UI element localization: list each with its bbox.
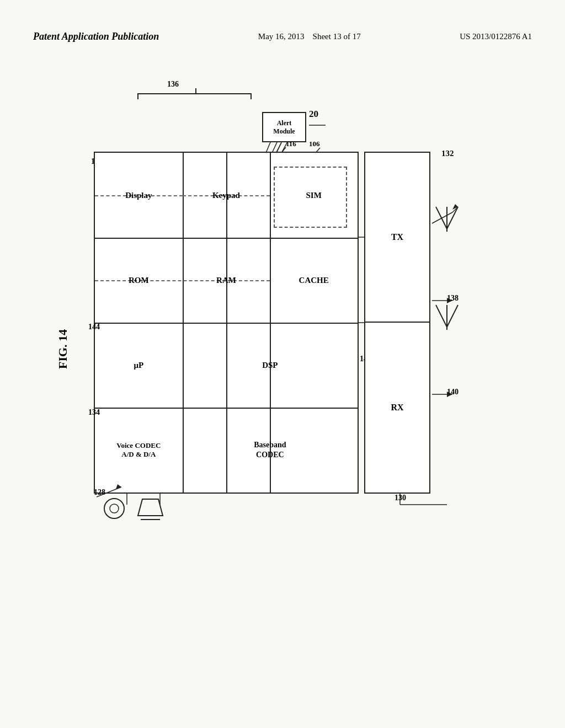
page: Patent Application Publication May 16, 2… xyxy=(0,0,565,728)
svg-line-25 xyxy=(436,207,447,229)
cell-baseband-codec: Baseband CODEC xyxy=(183,408,358,493)
cell-cache: CACHE xyxy=(270,238,358,323)
svg-line-38 xyxy=(97,487,121,497)
ref-106: 106 xyxy=(309,140,320,148)
ref-136: 136 xyxy=(167,80,179,89)
ref-144: 144 xyxy=(88,323,100,331)
svg-line-27 xyxy=(447,207,458,229)
cell-up: μP xyxy=(95,323,183,408)
ref-130: 130 xyxy=(395,494,406,502)
ref-128-arrow xyxy=(97,481,130,498)
alert-module-box: Alert Module xyxy=(262,112,306,142)
cell-rom: ROM xyxy=(95,238,183,323)
ref-132: 132 xyxy=(441,149,454,158)
ref-116: 116 xyxy=(286,140,296,148)
monitor-icon xyxy=(135,496,166,521)
cell-rx: RX xyxy=(365,323,429,493)
cell-ram: RAM xyxy=(183,238,270,323)
cell-display: Display xyxy=(95,153,183,238)
alert-module-line1: Alert xyxy=(273,119,295,127)
alert-module-line2: Module xyxy=(273,127,295,135)
figure-label: FIG. 14 xyxy=(56,329,70,369)
speaker-icon xyxy=(102,496,127,521)
cell-tx: TX xyxy=(365,153,429,323)
svg-line-29 xyxy=(436,305,447,327)
cell-dsp: DSP xyxy=(183,323,358,408)
cell-sim: SIM xyxy=(270,153,358,238)
ref-134: 134 xyxy=(88,408,100,417)
publication-label: Patent Application Publication xyxy=(33,30,159,43)
sheet-info: May 16, 2013 Sheet 13 of 17 xyxy=(258,30,361,43)
ref-20: 20 xyxy=(309,109,318,120)
svg-point-33 xyxy=(104,499,124,518)
antenna-rx-icon xyxy=(430,299,463,333)
right-block: TX RX xyxy=(364,152,430,494)
main-grid-block: Display Keypad SIM ROM RAM CACHE μP DSP … xyxy=(94,152,359,494)
ref-140: 140 xyxy=(447,388,459,397)
antenna-tx-icon xyxy=(430,201,463,234)
cell-keypad: Keypad xyxy=(183,153,270,238)
patent-number: US 2013/0122876 A1 xyxy=(460,30,532,43)
cell-voice-codec: Voice CODEC A/D & D/A xyxy=(95,408,183,493)
svg-line-31 xyxy=(447,305,458,327)
header: Patent Application Publication May 16, 2… xyxy=(0,30,565,43)
diagram: 136 Alert Module 20 116 106 146 148 xyxy=(94,85,491,598)
svg-point-34 xyxy=(110,504,119,513)
svg-marker-35 xyxy=(138,499,163,516)
